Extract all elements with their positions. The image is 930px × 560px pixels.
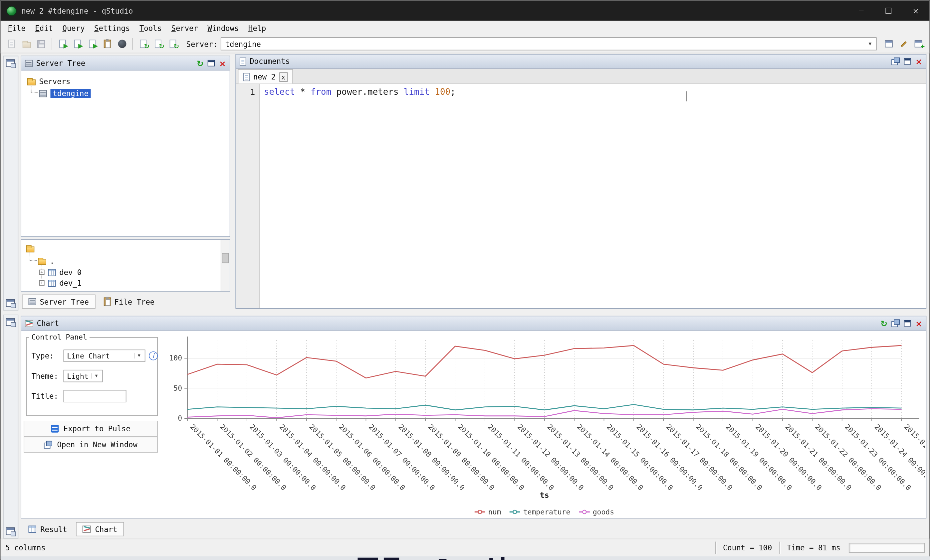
- toolbar: Server: tdengine ▾: [1, 35, 929, 53]
- chart-theme-select[interactable]: Light ▾: [63, 370, 103, 382]
- menu-settings[interactable]: Settings: [89, 21, 135, 34]
- tab-result[interactable]: Result: [22, 522, 74, 536]
- maximize-button[interactable]: [875, 1, 902, 21]
- reconnect-server-button[interactable]: [151, 37, 166, 52]
- maximize-panel-icon[interactable]: [904, 58, 911, 65]
- run-current-line-button[interactable]: [70, 37, 85, 52]
- tab-new-2[interactable]: new 2 x: [238, 69, 293, 83]
- menu-server[interactable]: Server: [166, 21, 203, 34]
- line-number-gutter: 1: [236, 84, 260, 308]
- tab-file-tree[interactable]: File Tree: [97, 295, 161, 309]
- edit-server-button[interactable]: [896, 37, 911, 52]
- info-icon[interactable]: i: [149, 351, 158, 361]
- title-bar: new 2 #tdengine - qStudio ─ ×: [1, 1, 929, 21]
- chart-type-select[interactable]: Line Chart ▾: [63, 350, 145, 362]
- svg-text:ts: ts: [540, 491, 549, 500]
- table-name: dev_1: [59, 278, 82, 287]
- desktop-background-text: [384, 558, 399, 560]
- run-query-icon: [59, 40, 66, 48]
- refresh-query-button[interactable]: [136, 37, 151, 52]
- tab-server-tree[interactable]: Server Tree: [22, 295, 95, 309]
- add-server-button[interactable]: [911, 37, 926, 52]
- new-document-icon: [8, 40, 15, 48]
- run-selection-button[interactable]: [85, 37, 100, 52]
- scrollbar-thumb[interactable]: [222, 253, 229, 263]
- documents-title: Documents: [249, 57, 290, 66]
- dock-panel-icon[interactable]: [6, 59, 15, 67]
- code-token-num: 100: [430, 87, 450, 97]
- send-to-server-button[interactable]: [165, 37, 180, 52]
- document-icon: [243, 72, 250, 81]
- tab-close-button[interactable]: x: [279, 72, 288, 81]
- dock-panel-icon[interactable]: [6, 299, 15, 307]
- server-tree-panel: Server Tree ↻ × Servers tdengine: [21, 55, 230, 237]
- menu-query[interactable]: Query: [58, 21, 89, 34]
- refresh-icon[interactable]: ↻: [197, 59, 204, 67]
- send-to-server-icon: [170, 40, 176, 48]
- layout-icon: [885, 40, 893, 47]
- minimize-button[interactable]: ─: [847, 1, 875, 21]
- expand-icon[interactable]: +: [39, 270, 45, 275]
- menu-tools[interactable]: Tools: [135, 21, 167, 34]
- close-panel-icon[interactable]: ×: [915, 57, 922, 66]
- dock-panel-icon[interactable]: [6, 318, 15, 326]
- stop-query-button[interactable]: [114, 37, 129, 52]
- save-button: [34, 37, 49, 52]
- chart-panel: Chart ↻ × Control Panel Type: Line Chart…: [21, 316, 926, 519]
- close-button[interactable]: ×: [902, 1, 929, 21]
- paste-button[interactable]: [100, 37, 114, 52]
- open-file-icon: [22, 42, 31, 48]
- menu-file[interactable]: File: [3, 21, 30, 34]
- documents-titlebar[interactable]: Documents ×: [236, 55, 926, 69]
- chart-title-input[interactable]: [63, 390, 126, 402]
- chevron-down-icon: ▾: [134, 353, 144, 359]
- expand-icon[interactable]: +: [39, 280, 45, 285]
- tree-item-root-folder[interactable]: [26, 245, 34, 252]
- chart-type-value: Line Chart: [67, 352, 110, 360]
- dock-panel-icon[interactable]: [6, 528, 15, 535]
- close-panel-icon[interactable]: ×: [915, 319, 922, 328]
- menu-windows[interactable]: Windows: [203, 21, 243, 34]
- close-panel-icon[interactable]: ×: [219, 59, 226, 67]
- menu-edit[interactable]: Edit: [30, 21, 58, 34]
- tree-item-dev-0[interactable]: + dev_0: [39, 268, 82, 277]
- chart-title: Chart: [37, 319, 59, 328]
- table-icon: [48, 269, 55, 276]
- status-count-label: Count = 100: [723, 543, 772, 552]
- edit-server-icon: [901, 41, 907, 47]
- open-in-new-window-icon[interactable]: [892, 319, 900, 327]
- new-document-button: [4, 37, 19, 52]
- svg-text:50: 50: [173, 384, 182, 393]
- tree-item-dev-1[interactable]: + dev_1: [39, 278, 82, 287]
- open-in-new-window-icon[interactable]: [892, 58, 900, 65]
- status-columns: 5 columns: [5, 543, 46, 552]
- run-query-button[interactable]: [55, 37, 70, 52]
- object-tree-panel: . + dev_0 + dev_1: [21, 239, 230, 292]
- maximize-panel-icon[interactable]: [904, 320, 911, 327]
- maximize-icon: [885, 8, 892, 14]
- scrollbar[interactable]: [221, 240, 230, 291]
- svg-text:num: num: [488, 508, 501, 516]
- qstudio-window: new 2 #tdengine - qStudio ─ × FileEditQu…: [0, 0, 930, 560]
- tab-chart[interactable]: Chart: [76, 522, 124, 536]
- pulse-icon: [51, 425, 59, 433]
- open-in-new-window-button[interactable]: Open in New Window: [24, 437, 158, 453]
- chart-theme-value: Light: [67, 372, 88, 380]
- export-to-pulse-button[interactable]: Export to Pulse: [24, 421, 158, 437]
- save-icon: [37, 40, 45, 48]
- layout-button[interactable]: [881, 37, 896, 52]
- line-number: 1: [250, 87, 255, 97]
- chevron-down-icon: ▾: [864, 41, 876, 47]
- refresh-icon[interactable]: ↻: [881, 319, 887, 328]
- chart-titlebar[interactable]: Chart ↻ ×: [21, 317, 926, 331]
- left-dock-strip-bottom: [3, 315, 18, 539]
- tree-item-tdengine[interactable]: tdengine: [39, 89, 91, 98]
- sql-editor[interactable]: 1 select * from power.meters limit 100;: [236, 84, 926, 308]
- left-panel-tabs: Server Tree File Tree: [21, 293, 230, 310]
- server-selector[interactable]: tdengine ▾: [220, 37, 876, 50]
- server-tree-titlebar[interactable]: Server Tree ↻ ×: [21, 56, 229, 71]
- tree-item-dot-folder[interactable]: .: [38, 257, 54, 266]
- menu-help[interactable]: Help: [244, 21, 271, 34]
- maximize-panel-icon[interactable]: [208, 60, 215, 66]
- paste-icon: [103, 40, 111, 48]
